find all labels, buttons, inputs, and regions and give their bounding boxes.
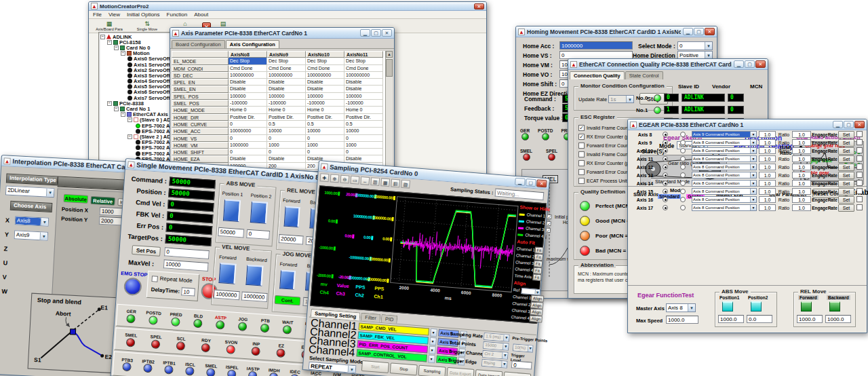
set-button[interactable]: Set xyxy=(838,155,854,163)
relative-button[interactable]: Relative xyxy=(90,196,115,206)
master-list-combo[interactable]: Axis 8 Command Position ▼ xyxy=(692,147,757,154)
master-list-combo[interactable]: Axis 8 Command Position ▼ xyxy=(692,172,757,178)
cell-axisno8[interactable]: 10000000 xyxy=(229,128,267,134)
minimize-icon[interactable]: ▁ xyxy=(833,121,843,128)
chevron-down-icon[interactable]: ▼ xyxy=(429,337,437,345)
set-button[interactable]: Set xyxy=(838,180,854,187)
gear-ratio-field1[interactable]: 1.0 xyxy=(759,196,776,203)
sampling-action-button[interactable]: Start Sampling xyxy=(361,360,389,373)
scope-tool-icon[interactable]: ▤ xyxy=(391,178,400,187)
scroll-up-icon[interactable]: ▲ xyxy=(386,51,393,58)
axis-combo[interactable]: Axis8 ▼ xyxy=(15,216,50,227)
gear-ratio-field1[interactable]: 1.0 xyxy=(759,204,776,211)
maximize-icon[interactable]: ▢ xyxy=(844,121,854,128)
chevron-down-icon[interactable]: ▼ xyxy=(348,365,356,373)
maximize-icon[interactable]: ▢ xyxy=(745,60,755,68)
chevron-down-icon[interactable]: ▼ xyxy=(430,328,437,337)
set-button[interactable]: Set xyxy=(838,172,854,179)
tree-expand-icon[interactable] xyxy=(114,107,119,111)
set-button[interactable]: Set xyxy=(838,131,854,138)
cell-axisno8[interactable]: 1000000 xyxy=(229,142,267,149)
menu-item[interactable]: File xyxy=(93,12,102,18)
gear-ratio-field2[interactable]: 1.0 xyxy=(792,131,811,138)
close-icon[interactable]: ✕ xyxy=(382,29,392,37)
chevron-down-icon[interactable]: ▼ xyxy=(750,156,756,162)
abs-position1-button[interactable] xyxy=(223,199,241,222)
checkbox[interactable] xyxy=(578,169,585,175)
standard-radio[interactable] xyxy=(663,148,668,153)
cell-axisno11[interactable]: 100000 xyxy=(344,93,383,100)
set-button[interactable]: Set xyxy=(838,196,854,204)
row-header[interactable]: EL_MODE xyxy=(172,58,229,64)
checkbox[interactable] xyxy=(578,134,585,140)
cont-mode-button[interactable]: Cont. Mode xyxy=(275,295,301,306)
enable-checkbox[interactable] xyxy=(856,139,863,145)
vel-backward-field[interactable]: 1000000 xyxy=(241,291,268,302)
sampling-action-button[interactable]: Sampling Clear xyxy=(418,365,446,376)
chevron-down-icon[interactable]: ▼ xyxy=(40,232,48,240)
chevron-down-icon[interactable]: ▼ xyxy=(705,42,712,50)
checkbox[interactable] xyxy=(578,178,585,184)
chevron-down-icon[interactable]: ▼ xyxy=(41,218,49,226)
gantry-radio[interactable] xyxy=(680,156,686,162)
cell-axisno9[interactable]: -100000 xyxy=(267,100,306,107)
cell-axisno8[interactable]: 0 xyxy=(229,149,267,155)
select-mode-combo[interactable]: 0▼ xyxy=(677,41,713,50)
menu-item[interactable]: Initial Options xyxy=(127,12,159,18)
gear-ratio-field2[interactable]: 1.0 xyxy=(792,188,811,195)
master-list-combo[interactable]: Axis 8 Command Position ▼ xyxy=(692,180,757,187)
row-header[interactable]: SPEL_EN xyxy=(172,79,229,86)
row-header[interactable]: HOME_VS xyxy=(172,135,229,142)
cell-axisno9[interactable]: Disable xyxy=(267,79,306,86)
master-axis-combo[interactable]: Axis 8▼ xyxy=(666,303,696,312)
home-acc-field[interactable]: 1000000 xyxy=(559,41,633,50)
pre-trigger-combo[interactable]: 10(%)▼ xyxy=(513,343,534,352)
cell-axisno11[interactable]: Cmd Done xyxy=(344,65,383,72)
gantry-radio[interactable] xyxy=(680,132,686,137)
abs-position1-button[interactable] xyxy=(722,301,733,312)
cell-axisno8[interactable]: Cmd Done xyxy=(229,65,267,72)
gear-ratio-field1[interactable]: 1.0 xyxy=(759,147,776,154)
position-y-field[interactable]: 2000 xyxy=(99,217,124,226)
tree-expand-icon[interactable] xyxy=(121,51,125,56)
gantry-radio[interactable] xyxy=(680,205,686,210)
gantry-radio[interactable] xyxy=(680,172,686,178)
chevron-down-icon[interactable]: ▼ xyxy=(750,197,756,202)
sampling-action-button[interactable]: Stop Sampling xyxy=(390,362,418,375)
cell-axisno10[interactable]: 100000 xyxy=(306,93,344,100)
total-points-combo[interactable]: 15000▼ xyxy=(483,341,509,351)
chevron-down-icon[interactable]: ▼ xyxy=(528,345,533,352)
row-header[interactable]: SMEL_POS xyxy=(172,100,229,107)
checkbox[interactable] xyxy=(578,151,585,157)
chevron-down-icon[interactable]: ▼ xyxy=(502,343,509,350)
tab[interactable]: State Control xyxy=(625,71,663,79)
menu-item[interactable]: About xyxy=(194,12,208,18)
close-icon[interactable]: ✕ xyxy=(854,121,865,128)
abs-position2-button[interactable] xyxy=(250,201,268,224)
row-header[interactable]: HOME_ACC xyxy=(172,128,229,134)
cell-axisno9[interactable]: 0 xyxy=(267,135,306,142)
enable-checkbox[interactable] xyxy=(856,172,863,178)
cell-axisno8[interactable]: 0 xyxy=(229,135,267,142)
cell-axisno10[interactable]: 0.5 xyxy=(306,121,344,128)
cell-axisno11[interactable]: 100000000 xyxy=(344,72,383,79)
maximize-icon[interactable]: ▢ xyxy=(694,28,704,35)
set-button[interactable]: Set xyxy=(838,139,854,147)
cell-axisno11[interactable]: 10000 xyxy=(344,128,383,134)
set-pos-button[interactable]: Set Pos xyxy=(132,245,161,257)
chevron-down-icon[interactable]: ▼ xyxy=(688,304,695,312)
chevron-down-icon[interactable]: ▼ xyxy=(501,361,507,368)
cell-axisno11[interactable]: Positive Dir. xyxy=(344,114,383,121)
master-list-combo[interactable]: Axis 8 Command Position ▼ xyxy=(692,164,757,170)
enable-checkbox[interactable] xyxy=(856,204,863,210)
chevron-down-icon[interactable]: ▼ xyxy=(535,289,540,295)
chevron-down-icon[interactable]: ▼ xyxy=(750,140,756,145)
gear-ratio-field2[interactable]: 1.0 xyxy=(792,155,811,162)
rel-forward-button[interactable] xyxy=(284,206,300,227)
scope-tool-icon[interactable]: ⊖ xyxy=(340,175,349,184)
abs-position1-field[interactable]: 50000 xyxy=(218,227,244,238)
rel-forward-field[interactable]: 20000 xyxy=(279,234,304,244)
tree-expand-icon[interactable] xyxy=(107,101,112,106)
standard-radio[interactable] xyxy=(663,156,668,162)
abs-position2-field[interactable]: 0.0 xyxy=(747,315,772,323)
